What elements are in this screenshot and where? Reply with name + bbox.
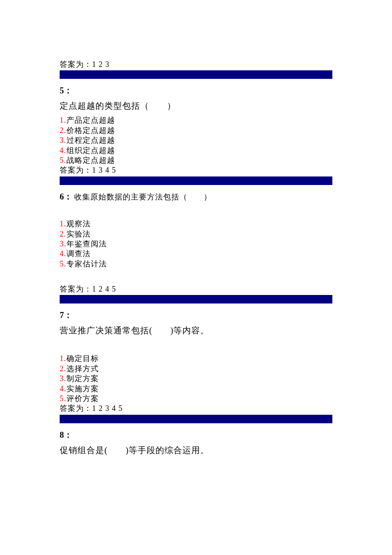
option-text: 制定方案	[66, 374, 99, 383]
option-text: 战略定点超越	[66, 156, 115, 165]
option: 1.观察法	[60, 219, 332, 229]
option-text: 观察法	[66, 220, 91, 228]
option-text: 专家估计法	[66, 260, 107, 268]
divider-bar	[60, 415, 332, 423]
option-text: 实施方案	[66, 384, 99, 393]
divider-bar	[60, 176, 332, 185]
option-number: 3.	[60, 240, 66, 248]
divider-bar	[60, 295, 332, 304]
option-number: 2.	[60, 364, 66, 373]
option-number: 5.	[60, 156, 66, 165]
option-text: 产品定点超越	[66, 116, 115, 124]
question-text-5: 定点超越的类型包括（ ）	[60, 100, 332, 111]
option-number: 5.	[60, 394, 66, 403]
answer-text-q4: 答案为：1 2 3	[60, 60, 332, 69]
answer-text-q6: 答案为：1 2 4 5	[60, 284, 332, 294]
option-number: 4.	[60, 146, 66, 155]
option-text: 调查法	[66, 249, 91, 258]
option-text: 实验法	[66, 230, 91, 238]
answer-text-q7: 答案为：1 2 3 4 5	[60, 404, 332, 413]
option: 4.调查法	[60, 249, 332, 259]
option-text: 价格定点超越	[66, 126, 115, 135]
option-number: 3.	[60, 136, 66, 145]
question-number-8: 8：	[60, 429, 332, 440]
option-number: 4.	[60, 249, 66, 258]
option-number: 1.	[60, 354, 66, 363]
option: 2.实验法	[60, 229, 332, 239]
option: 5.评价方案	[60, 394, 332, 404]
question-text-6: 收集原始数据的主要方法包括（ ）	[74, 193, 212, 201]
option: 3.过程定点超越	[60, 136, 332, 145]
option-number: 5.	[60, 260, 66, 268]
question-number-7: 7：	[60, 309, 332, 321]
option-number: 1.	[60, 116, 66, 124]
option-text: 评价方案	[66, 394, 99, 403]
option-text: 选择方式	[66, 364, 99, 373]
option: 1.确定目标	[60, 354, 332, 364]
option: 5.战略定点超越	[60, 156, 332, 165]
option: 5.专家估计法	[60, 259, 332, 269]
question-text-8: 促销组合是( )等手段的综合运用。	[60, 445, 332, 456]
divider-bar	[60, 70, 332, 79]
question-number-6: 6：	[60, 192, 72, 201]
options-q5: 1.产品定点超越 2.价格定点超越 3.过程定点超越 4.组织定点超越 5.战略…	[60, 116, 332, 165]
option-text: 过程定点超越	[66, 136, 115, 145]
question-number-5: 5：	[60, 85, 332, 96]
option: 4.实施方案	[60, 384, 332, 394]
answer-text-q5: 答案为：1 3 4 5	[60, 165, 332, 175]
option-text: 组织定点超越	[66, 146, 115, 155]
options-q7: 1.确定目标 2.选择方式 3.制定方案 4.实施方案 5.评价方案	[60, 354, 332, 404]
option: 3.制定方案	[60, 374, 332, 384]
option-text: 年鉴查阅法	[66, 240, 107, 248]
option: 2.选择方式	[60, 364, 332, 374]
option: 1.产品定点超越	[60, 116, 332, 125]
option-number: 3.	[60, 374, 66, 383]
option-number: 1.	[60, 220, 66, 228]
option-number: 4.	[60, 384, 66, 393]
question-text-7: 营业推广决策通常包括( )等内容。	[60, 325, 332, 336]
option-number: 2.	[60, 230, 66, 238]
options-q6: 1.观察法 2.实验法 3.年鉴查阅法 4.调查法 5.专家估计法	[60, 219, 332, 269]
option-text: 确定目标	[66, 354, 99, 363]
option: 4.组织定点超越	[60, 146, 332, 156]
option-number: 2.	[60, 126, 66, 135]
question-line-6: 6：收集原始数据的主要方法包括（ ）	[60, 191, 332, 202]
option: 3.年鉴查阅法	[60, 239, 332, 249]
option: 2.价格定点超越	[60, 126, 332, 136]
